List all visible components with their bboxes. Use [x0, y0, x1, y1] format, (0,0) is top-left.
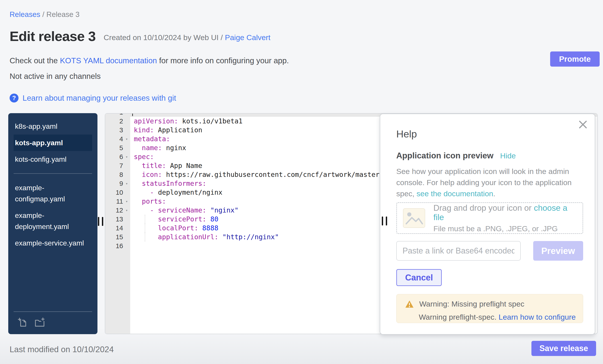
breadcrumb-current: Release 3 — [46, 10, 80, 19]
dropzone-hint: File must be a .PNG, .JPEG, or .JPG — [433, 224, 577, 233]
promote-button[interactable]: Promote — [550, 52, 600, 66]
dropzone-prompt: Drag and drop your icon or — [433, 203, 534, 212]
see-documentation-link[interactable]: see the documentation — [417, 189, 493, 198]
file-item-kots-config.yaml[interactable]: kots-config.yaml — [14, 151, 92, 167]
icon-dropzone[interactable]: Drag and drop your icon or choose a file… — [396, 202, 583, 234]
preflight-warning-box: Warning: Missing preflight spec Warning … — [396, 294, 583, 323]
line-number: 7 — [105, 161, 123, 170]
indent-guide — [145, 215, 145, 224]
git-help-row[interactable]: ? Learn about managing your releases wit… — [10, 94, 176, 102]
cancel-button[interactable]: Cancel — [396, 269, 442, 286]
fold-arrow-empty — [123, 232, 130, 242]
fold-arrow-empty — [123, 161, 130, 170]
dropzone-text: Drag and drop your icon or choose a file… — [433, 203, 577, 233]
line-number: 11 — [105, 197, 123, 206]
file-item-example-configmap.yaml[interactable]: example-configmap.yaml — [14, 179, 92, 207]
fold-arrow-icon[interactable]: ▾ — [123, 197, 130, 206]
fold-arrow-empty — [123, 113, 130, 117]
fold-arrow-empty — [123, 143, 130, 152]
indent-guide — [145, 232, 145, 242]
save-release-button[interactable]: Save release — [531, 341, 596, 356]
intro-line: Check out the KOTS YAML documentation fo… — [10, 56, 289, 65]
fold-arrow-empty — [123, 188, 130, 197]
title-row: Edit release 3 Created on 10/10/2024 by … — [10, 29, 270, 43]
gutter-cell: 14 — [105, 224, 130, 232]
close-icon[interactable] — [579, 120, 587, 129]
file-tree-sidebar: k8s-app.yamlkots-app.yamlkots-config.yam… — [8, 113, 97, 334]
question-icon: ? — [10, 94, 19, 102]
release-editor-page: Releases / Release 3 Edit release 3 Crea… — [0, 0, 603, 364]
fold-arrow-icon[interactable]: ▾ — [123, 179, 130, 188]
file-item-example-service.yaml[interactable]: example-service.yaml — [14, 235, 92, 251]
add-folder-icon[interactable] — [35, 317, 45, 328]
kots-docs-link[interactable]: KOTS YAML documentation — [60, 56, 157, 65]
warning-body: Warning preflight-spec. — [419, 313, 499, 321]
line-number: 6 — [105, 152, 123, 161]
breadcrumb-separator: / — [42, 10, 46, 19]
last-modified-text: Last modified on 10/10/2024 — [10, 345, 114, 354]
breadcrumb-releases-link[interactable]: Releases — [10, 10, 40, 19]
fold-arrow-empty — [123, 117, 130, 126]
line-number: 12 — [105, 206, 123, 215]
gutter-cell: 6▾ — [105, 152, 130, 161]
hide-link[interactable]: Hide — [500, 152, 516, 160]
icon-preview-description: See how your application icon will look … — [396, 166, 584, 199]
sidebar-bottom-toolbar — [14, 311, 92, 334]
line-number: 13 — [105, 215, 123, 224]
intro-post: for more info on configuring your app. — [157, 56, 289, 65]
line-number: 14 — [105, 224, 123, 232]
page-title: Edit release 3 — [10, 29, 96, 43]
line-number: 8 — [105, 170, 123, 179]
warning-icon — [405, 300, 414, 308]
fold-arrow-empty — [123, 224, 130, 232]
line-number: 5 — [105, 143, 123, 152]
line-number: 2 — [105, 117, 123, 126]
preview-button[interactable]: Preview — [533, 241, 583, 261]
created-line: Created on 10/10/2024 by Web UI / Paige … — [104, 33, 270, 42]
file-list-divider — [14, 173, 92, 174]
file-list: k8s-app.yamlkots-app.yamlkots-config.yam… — [14, 118, 92, 251]
created-author-link[interactable]: Paige Calvert — [225, 33, 270, 42]
icon-preview-section-header: Application icon preview Hide — [396, 151, 583, 160]
fold-arrow-empty — [123, 170, 130, 179]
gutter-cell: 8 — [105, 170, 130, 179]
indent-guide — [145, 224, 145, 232]
help-panel-resize-handle[interactable] — [382, 217, 387, 225]
fold-arrow-empty — [123, 126, 130, 134]
line-number: 1 — [105, 113, 123, 117]
line-number: 3 — [105, 126, 123, 134]
text-cursor — [132, 113, 133, 116]
gutter-cell: 15 — [105, 232, 130, 242]
add-file-icon[interactable] — [18, 317, 28, 328]
file-item-kots-app.yaml[interactable]: kots-app.yaml — [14, 134, 92, 151]
git-releases-link[interactable]: Learn about managing your releases with … — [23, 94, 176, 102]
fold-arrow-icon[interactable]: ▾ — [123, 152, 130, 161]
help-panel-title: Help — [396, 128, 583, 140]
line-number: 10 — [105, 188, 123, 197]
image-placeholder-icon — [403, 208, 426, 228]
gutter-cell: 16 — [105, 242, 130, 250]
line-number: 15 — [105, 232, 123, 242]
gutter-cell: 5 — [105, 143, 130, 152]
created-text: Created on 10/10/2024 by Web UI / — [104, 33, 225, 42]
help-panel: Help Application icon preview Hide See h… — [380, 114, 595, 335]
gutter-cell: 1 — [105, 113, 130, 117]
sidebar-resize-handle[interactable] — [98, 217, 103, 226]
gutter-cell: 13 — [105, 215, 130, 224]
warning-title: Warning: Missing preflight spec — [419, 300, 524, 308]
gutter-cell: 12▾ — [105, 206, 130, 215]
fold-arrow-icon[interactable]: ▾ — [123, 206, 130, 215]
channel-status: Not active in any channels — [10, 72, 101, 81]
icon-url-input[interactable] — [396, 241, 521, 261]
file-item-k8s-app.yaml[interactable]: k8s-app.yaml — [14, 118, 92, 134]
fold-arrow-icon[interactable]: ▾ — [123, 134, 130, 143]
intro-pre: Check out the — [10, 56, 60, 65]
fold-arrow-empty — [123, 242, 130, 250]
file-item-example-deployment.yaml[interactable]: example-deployment.yaml — [14, 207, 92, 235]
gutter-cell: 9▾ — [105, 179, 130, 188]
line-number: 4 — [105, 134, 123, 143]
gutter-cell: 4▾ — [105, 134, 130, 143]
icon-url-row: Preview — [396, 241, 583, 261]
gutter-cell: 11▾ — [105, 197, 130, 206]
warning-configure-link[interactable]: Learn how to configure — [499, 313, 576, 321]
